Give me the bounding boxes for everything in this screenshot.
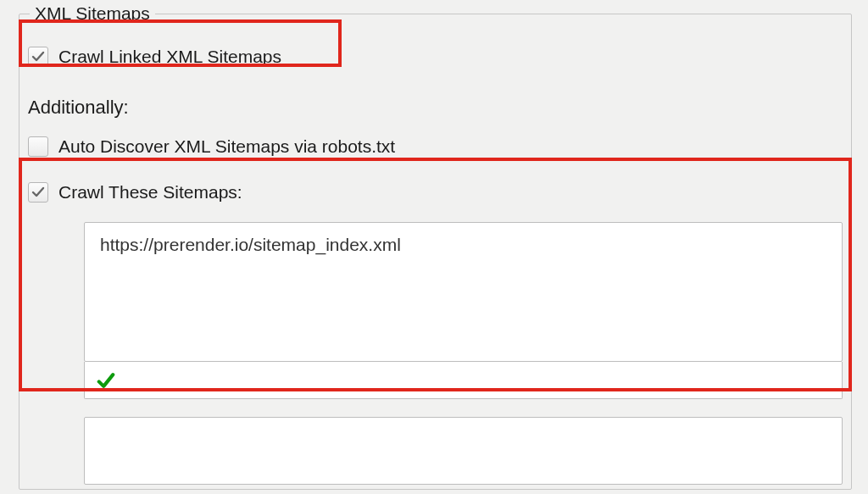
valid-tick-icon xyxy=(97,371,115,390)
crawl-linked-checkbox[interactable] xyxy=(28,47,48,67)
sitemaps-textarea[interactable] xyxy=(84,222,843,362)
group-legend: XML Sitemaps xyxy=(30,3,155,24)
checkmark-icon xyxy=(31,186,45,199)
auto-discover-label: Auto Discover XML Sitemaps via robots.tx… xyxy=(58,136,395,157)
row-auto-discover: Auto Discover XML Sitemaps via robots.tx… xyxy=(28,134,395,159)
crawl-these-label: Crawl These Sitemaps: xyxy=(58,182,242,203)
crawl-linked-label: Crawl Linked XML Sitemaps xyxy=(58,47,281,67)
xml-sitemaps-group: XML Sitemaps Crawl Linked XML Sitemaps A… xyxy=(19,3,852,490)
auto-discover-checkbox[interactable] xyxy=(28,136,48,157)
row-crawl-these: Crawl These Sitemaps: xyxy=(28,180,242,205)
additionally-label: Additionally: xyxy=(28,97,129,119)
secondary-textbox[interactable] xyxy=(84,417,843,485)
validation-bar xyxy=(84,362,843,399)
checkmark-icon xyxy=(31,50,45,64)
row-crawl-linked: Crawl Linked XML Sitemaps xyxy=(28,44,281,69)
crawl-these-checkbox[interactable] xyxy=(28,182,48,203)
